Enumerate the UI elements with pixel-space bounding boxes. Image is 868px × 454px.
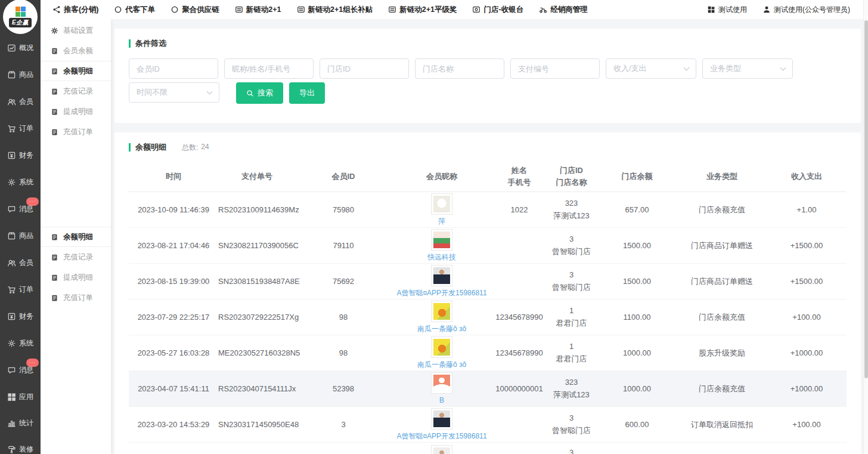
page-scrollbar[interactable] <box>863 0 868 454</box>
finance-icon <box>7 151 16 160</box>
test-use-menu[interactable]: 测试使用 <box>707 5 747 15</box>
sidebar-item-message[interactable]: 消息 ··· <box>0 357 41 384</box>
table-row[interactable]: 2023-03-20 14:53:29 SN2303171450950E48 3… <box>129 407 847 443</box>
submenu-item-label: 提成明细 <box>63 107 93 117</box>
submenu-item-recharge-record[interactable]: 充值记录 <box>41 247 111 267</box>
logo-text: E企赢 <box>9 18 32 27</box>
sidebar-item-goods[interactable]: 商品 <box>0 223 41 249</box>
message-badge: ··· <box>26 197 39 206</box>
cell-amount: +100.00 <box>767 311 847 323</box>
total-label: 总数: <box>182 143 198 153</box>
topnav-item-chain-21[interactable]: 新链动2+1 <box>235 5 281 15</box>
filter-title: 条件筛选 <box>129 38 847 49</box>
topnav-item-cashier[interactable]: 门店-收银台 <box>472 5 523 15</box>
store-id-input[interactable] <box>320 58 409 79</box>
member-avatar <box>431 229 452 251</box>
nickname-link[interactable]: 南瓜一条藤ǒ зǒ <box>417 323 466 334</box>
col-header-nickname: 会员昵称 <box>391 171 492 183</box>
table-row[interactable]: 2023-04-07 15:41:11 RS20230407154111Jx 5… <box>129 371 847 407</box>
submenu-item-recharge-record[interactable]: 充值记录 <box>41 81 111 101</box>
cell-phone: 12345678990 <box>492 311 546 323</box>
app-logo[interactable]: E企赢 <box>3 0 38 34</box>
sidebar-item-apps[interactable]: 应用 <box>0 384 41 410</box>
nickname-link[interactable]: 快远科技 <box>427 252 456 262</box>
cell-time: 2023-05-27 16:03:28 <box>129 347 218 359</box>
biz-type-select[interactable]: 业务类型 <box>702 58 793 79</box>
account-menu[interactable]: 测试使用(公众号管理员) <box>762 5 850 15</box>
store-name-input[interactable] <box>415 58 504 79</box>
search-icon <box>246 89 254 97</box>
submenu-item-label: 提成明细 <box>63 273 93 283</box>
submenu-item-balance-detail[interactable]: 余额明细 <box>41 227 111 247</box>
secondary-sidebar: 基础设置 会员余额 余额明细 充值记录 提成明细 充值订单 余额明细 <box>41 19 111 454</box>
submenu-item-basic-settings[interactable]: 基础设置 <box>41 20 111 41</box>
sidebar-item-system[interactable]: 系统 <box>0 169 41 196</box>
sidebar-item-message[interactable]: 消息 ··· <box>0 196 41 223</box>
filter-title-text: 条件筛选 <box>135 38 166 49</box>
submenu-item-commission-detail[interactable]: 提成明细 <box>41 267 111 288</box>
submenu-item-label: 充值订单 <box>63 293 93 303</box>
submenu-item-commission-detail[interactable]: 提成明细 <box>41 101 111 122</box>
table-row[interactable]: 2023-05-27 16:03:28 ME20230527160328N5 9… <box>129 335 847 371</box>
sidebar-item-stats[interactable]: 统计 <box>0 410 41 436</box>
col-header-name-phone: 姓名 手机号 <box>492 165 546 188</box>
sidebar-item-member[interactable]: 会员 <box>0 88 41 115</box>
nickname-link[interactable]: A曾智聪¤APP开发15986811 <box>396 288 486 298</box>
cell-amount: +1500.00 <box>767 240 847 252</box>
store-id: 3 <box>546 269 597 281</box>
sidebar-item-member[interactable]: 会员 <box>0 249 41 276</box>
settings-gear-icon <box>51 27 58 35</box>
topnav-item-chain-21-leader[interactable]: 新链动2+1组长补贴 <box>297 5 373 15</box>
sidebar-item-order[interactable]: 订单 <box>0 115 41 142</box>
cell-pay-no: RS20230407154111Jx <box>218 383 296 395</box>
table-row[interactable]: 3 <box>129 443 847 454</box>
cell-biz-type: 门店商品订单赠送 <box>677 276 767 288</box>
submenu-item-recharge-order[interactable]: 充值订单 <box>41 288 111 308</box>
scrollbar-thumb[interactable] <box>864 20 868 378</box>
submenu-item-member-balance[interactable]: 会员余额 <box>41 41 111 61</box>
submenu-item-label: 基础设置 <box>63 26 93 36</box>
time-range-select[interactable]: 时间不限 <box>129 82 219 103</box>
sidebar-item-label: 财务 <box>19 150 33 160</box>
table-row[interactable]: 2023-10-09 11:46:39 RS20231009114639Mz 7… <box>129 192 847 228</box>
col-header-biz-type: 业务类型 <box>677 171 767 183</box>
nickname-link[interactable]: B <box>439 395 444 406</box>
pay-no-input[interactable] <box>510 58 600 79</box>
nickname-link[interactable]: 南瓜一条藤ǒ зǒ <box>417 359 466 370</box>
topnav-item-distribution[interactable]: 推客(分销) <box>52 5 98 15</box>
filter-row-1: 收入/支出 业务类型 <box>129 58 847 79</box>
member-id-input[interactable] <box>129 58 218 79</box>
ledger-icon <box>51 254 58 261</box>
table-row[interactable]: 2023-08-21 17:04:46 SN230821170390056C 7… <box>129 228 847 264</box>
time-range-select-value: 时间不限 <box>137 87 168 98</box>
nickname-input[interactable] <box>224 58 314 79</box>
sidebar-item-finance[interactable]: 财务 <box>0 303 41 330</box>
nickname-link[interactable]: A曾智聪¤APP开发15986811 <box>396 431 486 441</box>
topnav-item-supply-chain[interactable]: 聚合供应链 <box>170 5 219 15</box>
search-button[interactable]: 搜索 <box>236 82 283 104</box>
table-row[interactable]: 2023-07-29 22:25:17 RS20230729222517Xg 9… <box>129 299 847 335</box>
sidebar-section-middle: 商品 会员 订单 财务 系统 消息 ··· <box>0 223 41 384</box>
sidebar-item-order[interactable]: 订单 <box>0 276 41 303</box>
submenu-item-balance-detail[interactable]: 余额明细 <box>41 61 111 81</box>
avatar-image <box>433 267 450 284</box>
sidebar-item-overview[interactable]: 概况 <box>0 35 41 61</box>
nickname-link[interactable]: 萍 <box>438 216 445 227</box>
sidebar-item-system[interactable]: 系统 <box>0 330 41 357</box>
store-id: 323 <box>546 197 597 209</box>
sidebar-item-label: 应用 <box>19 392 33 402</box>
topnav-item-proxy-order[interactable]: 代客下单 <box>114 5 155 15</box>
inout-select[interactable]: 收入/支出 <box>606 58 696 79</box>
sidebar-item-decorate[interactable]: 装修 <box>0 436 41 454</box>
topnav-item-chain-21-peer[interactable]: 新链动2+1平级奖 <box>388 5 457 15</box>
cell-amount: +100.00 <box>767 419 847 431</box>
message-badge: ··· <box>26 359 39 367</box>
sidebar-item-goods[interactable]: 商品 <box>0 61 41 88</box>
sidebar-item-finance[interactable]: 财务 <box>0 142 41 169</box>
export-button[interactable]: 导出 <box>289 82 325 104</box>
table-row[interactable]: 2023-08-15 19:39:00 SN2308151938487A8E 7… <box>129 264 847 299</box>
submenu-item-recharge-order[interactable]: 充值订单 <box>41 122 111 142</box>
topnav-item-dealer[interactable]: 经销商管理 <box>539 5 588 15</box>
topnav-label: 代客下单 <box>125 5 155 15</box>
ledger-icon <box>51 294 58 302</box>
